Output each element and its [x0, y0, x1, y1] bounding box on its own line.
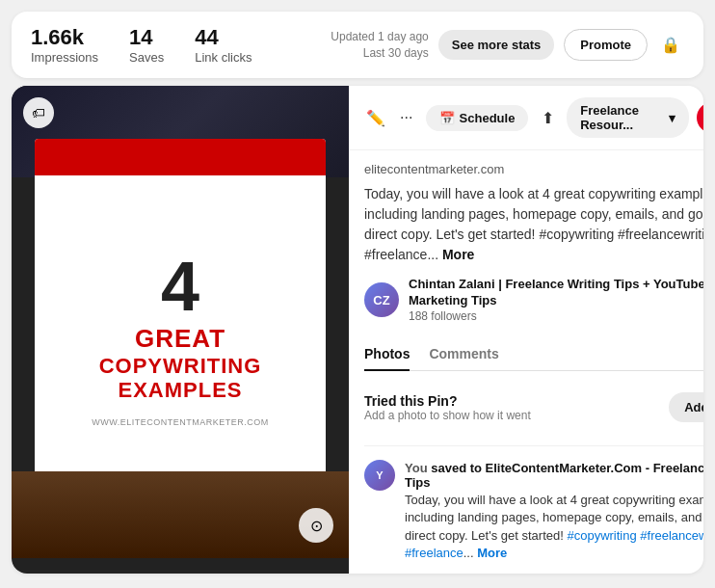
comment-author: You — [405, 461, 428, 475]
pin-number: 4 — [161, 252, 199, 321]
comment-more-link[interactable]: More — [477, 546, 507, 560]
pin-link[interactable]: elitecontentmarketer.com — [364, 162, 703, 176]
comment-hashtag2: #freelancewriting — [640, 528, 703, 543]
lock-icon: 🔒 — [657, 32, 684, 59]
author-info: Chintan Zalani | Freelance Writing Tips … — [409, 277, 703, 323]
board-dropdown[interactable]: Freelance Resour... ▾ — [567, 97, 688, 138]
edit-button[interactable]: ✏️ — [364, 102, 387, 133]
add-photo-button[interactable]: Add photo — [669, 392, 703, 422]
pin-image-canvas: 4 GREAT COPYWRITING EXAMPLES WWW.ELITECO… — [12, 86, 349, 558]
description-more-link[interactable]: More — [442, 247, 474, 262]
comment-saved-to-text: saved to — [431, 461, 485, 475]
link-clicks-value: 44 — [195, 25, 252, 50]
comment-saved-info: You saved to EliteContentMarketer.Com - … — [405, 461, 703, 490]
tried-subtitle: Add a photo to show how it went — [364, 409, 531, 422]
comment-avatar-initial: Y — [376, 469, 383, 481]
saves-stat: 14 Saves — [129, 25, 164, 65]
saves-label: Saves — [129, 50, 164, 65]
pin-url: WWW.ELITECONTENTMARKETER.COM — [92, 417, 269, 427]
pin-tabs: Photos Comments — [364, 338, 703, 371]
schedule-label: Schedule — [460, 111, 516, 125]
promote-button[interactable]: Promote — [564, 29, 648, 61]
pin-title-great: GREAT — [135, 325, 225, 354]
pin-image-column: 4 GREAT COPYWRITING EXAMPLES WWW.ELITECO… — [12, 86, 349, 574]
author-avatar: CZ — [364, 282, 399, 317]
impressions-stat: 1.66k Impressions — [31, 25, 98, 65]
chevron-down-icon: ▾ — [669, 111, 675, 125]
comment-item: Y You saved to EliteContentMarketer.Com … — [364, 460, 703, 562]
more-options-button[interactable]: ··· — [395, 102, 418, 133]
saves-value: 14 — [129, 25, 164, 50]
comment-text: Today, you will have a look at 4 great c… — [405, 492, 703, 562]
tab-comments[interactable]: Comments — [429, 338, 498, 371]
pin-brown-bottom — [12, 471, 349, 558]
share-button[interactable]: ⬆ — [536, 102, 559, 133]
updated-text: Updated 1 day ago Last 30 days — [331, 29, 428, 62]
tried-text: Tried this Pin? Add a photo to show how … — [364, 393, 531, 422]
comment-hashtag1: #copywriting — [567, 528, 636, 543]
main-content: 4 GREAT COPYWRITING EXAMPLES WWW.ELITECO… — [12, 86, 703, 574]
comment-hashtag3: #freelance — [405, 546, 463, 560]
link-clicks-label: Link clicks — [195, 50, 252, 65]
tried-section: Tried this Pin? Add a photo to show how … — [364, 385, 703, 430]
stats-right: Updated 1 day ago Last 30 days See more … — [331, 29, 684, 62]
author-name[interactable]: Chintan Zalani | Freelance Writing Tips … — [409, 277, 703, 309]
impressions-value: 1.66k — [31, 25, 98, 50]
see-more-stats-button[interactable]: See more stats — [438, 30, 555, 60]
pin-white-card: 4 GREAT COPYWRITING EXAMPLES WWW.ELITECO… — [35, 139, 326, 500]
author-initials: CZ — [373, 293, 389, 307]
updated-line1: Updated 1 day ago — [331, 29, 428, 45]
link-clicks-stat: 44 Link clicks — [195, 25, 252, 65]
pin-title-copy: COPYWRITING — [99, 354, 262, 378]
comment-avatar: Y — [364, 460, 395, 491]
save-button[interactable]: Save — [697, 102, 703, 133]
pin-toolbar: ✏️ ··· 📅 Schedule ⬆ Freelance Resour... … — [349, 86, 703, 150]
pin-red-bar — [35, 139, 326, 175]
pin-body: elitecontentmarketer.com Today, you will… — [349, 150, 703, 574]
stats-bar: 1.66k Impressions 14 Saves 44 Link click… — [12, 12, 703, 78]
impressions-label: Impressions — [31, 50, 98, 65]
board-label: Freelance Resour... — [580, 103, 662, 132]
comment-section: Y You saved to EliteContentMarketer.Com … — [364, 445, 703, 562]
pin-author: CZ Chintan Zalani | Freelance Writing Ti… — [364, 277, 703, 323]
comment-body: You saved to EliteContentMarketer.Com - … — [405, 460, 703, 562]
stats-left: 1.66k Impressions 14 Saves 44 Link click… — [31, 25, 252, 65]
updated-line2: Last 30 days — [331, 45, 428, 62]
pin-title-examples: EXAMPLES — [118, 378, 242, 402]
schedule-button[interactable]: 📅 Schedule — [426, 105, 529, 131]
author-followers: 188 followers — [409, 309, 703, 323]
tried-title: Tried this Pin? — [364, 393, 531, 409]
pin-details-column: ✏️ ··· 📅 Schedule ⬆ Freelance Resour... … — [349, 86, 703, 574]
schedule-emoji: 📅 — [439, 111, 455, 125]
pin-description: Today, you will have a look at 4 great c… — [364, 184, 703, 265]
tab-photos[interactable]: Photos — [364, 338, 410, 371]
